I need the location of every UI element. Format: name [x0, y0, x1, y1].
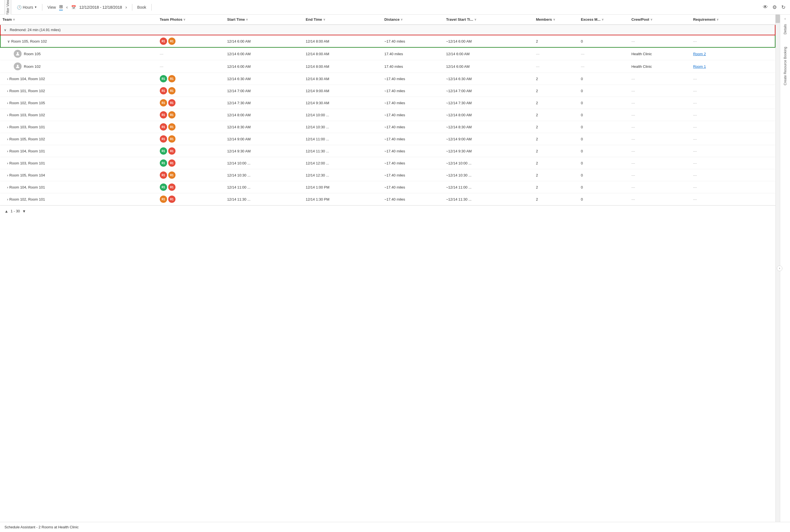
team-cell: › Room 103, Room 101	[0, 121, 158, 133]
start-sort-icon: ∨	[246, 18, 248, 21]
col-header-crew[interactable]: Crew/Pool ∨	[629, 15, 691, 25]
table-row[interactable]: › Room 104, Room 102 R1R1 12/14 6:30 AM …	[0, 73, 775, 85]
table-row[interactable]: › Room 104, Room 101 R1R1 12/14 11:00 ..…	[0, 181, 775, 193]
room-avatar	[14, 50, 22, 58]
hours-dropdown-icon: ▼	[34, 6, 37, 9]
distance-cell: ~17.40 miles	[382, 181, 444, 193]
table-row[interactable]: › Room 103, Room 101 R1R1 12/14 10:00 ..…	[0, 157, 775, 169]
end-cell: 12/14 10:00 ...	[304, 109, 382, 121]
members-cell: 2	[534, 145, 578, 157]
photos-cell: R1R1	[158, 85, 225, 97]
avatar: R1	[160, 159, 167, 167]
expand-icon[interactable]: ›	[7, 173, 8, 177]
expand-icon[interactable]: ›	[7, 113, 8, 117]
table-row[interactable]: › Room 101, Room 102 R1R1 12/14 7:00 AM …	[0, 85, 775, 97]
prev-date-button[interactable]: ‹	[66, 5, 68, 10]
create-booking-label[interactable]: Create Resource Booking	[781, 43, 789, 89]
col-header-distance[interactable]: Distance ∨	[382, 15, 444, 25]
avatar: R1	[160, 99, 167, 107]
bottom-bar: ▲ 1 - 30 ▼	[0, 205, 775, 216]
crew-cell: ---	[629, 169, 691, 181]
photos-cell: R1R1	[158, 121, 225, 133]
book-button[interactable]: Book	[137, 5, 146, 10]
settings-icon[interactable]: ⚙	[772, 4, 777, 11]
view-button[interactable]: View	[48, 5, 56, 10]
travel-cell: ~12/14 7:00 AM	[444, 85, 533, 97]
crew-cell: ---	[629, 109, 691, 121]
crew-cell: ---	[629, 157, 691, 169]
table-row[interactable]: › Room 102, Room 105 R1R1 12/14 7:30 AM …	[0, 97, 775, 109]
table-row[interactable]: › Room 105, Room 104 R1R1 12/14 10:30 ..…	[0, 169, 775, 181]
avatar: R1	[168, 184, 176, 191]
expand-icon[interactable]: ›	[7, 89, 8, 93]
group-expand-icon[interactable]: ∨	[4, 28, 6, 32]
travel-cell: 12/14 6:00 AM	[444, 48, 533, 60]
expand-icon[interactable]: ›	[7, 101, 8, 105]
right-panel-collapse-top[interactable]: ‹	[785, 17, 786, 21]
table-row[interactable]: › Room 103, Room 101 R1R1 12/14 8:30 AM …	[0, 121, 775, 133]
expand-icon[interactable]: ›	[7, 137, 8, 141]
requirement-cell: ---	[691, 109, 775, 121]
expand-icon[interactable]: ›	[7, 197, 8, 202]
requirement-cell: ---	[691, 97, 775, 109]
right-panel-toggle[interactable]: ›	[777, 266, 783, 271]
col-header-photos[interactable]: Team Photos ∨	[158, 15, 225, 25]
team-cell: › Room 104, Room 101	[0, 181, 158, 193]
team-cell: ∨ Room 105, Room 102	[0, 35, 158, 48]
crew-cell: ---	[629, 35, 691, 48]
next-page-button[interactable]: ▼	[22, 209, 26, 213]
excess-cell: 0	[578, 109, 629, 121]
members-sort-icon: ∨	[553, 18, 555, 21]
travel-cell: ~12/14 9:30 AM	[444, 145, 533, 157]
table-row[interactable]: Room 105 --- 12/14 6:00 AM 12/14 8:00 AM…	[0, 48, 775, 60]
photos-cell: R1R1	[158, 145, 225, 157]
members-cell: 2	[534, 169, 578, 181]
hours-button[interactable]: 🕐 Hours ▼	[17, 5, 37, 10]
expand-icon[interactable]: ›	[7, 125, 8, 129]
prev-page-button[interactable]: ▲	[4, 209, 8, 213]
group-row[interactable]: ∨ Redmond: 24 min (14.91 miles)	[0, 25, 775, 35]
avatar: R1	[168, 111, 176, 118]
crew-cell: ---	[629, 193, 691, 205]
col-header-requirement[interactable]: Requirement ∨	[691, 15, 775, 25]
table-row[interactable]: › Room 103, Room 102 R1R1 12/14 8:00 AM …	[0, 109, 775, 121]
expand-icon[interactable]: ∨	[7, 39, 10, 43]
table-row[interactable]: ∨ Room 105, Room 102 R1R1 12/14 6:00 AM …	[0, 35, 775, 48]
avatar: R1	[160, 171, 167, 179]
next-date-button[interactable]: ›	[125, 5, 127, 10]
table-row[interactable]: › Room 104, Room 101 R1R1 12/14 9:30 AM …	[0, 145, 775, 157]
expand-icon[interactable]: ›	[7, 161, 8, 165]
travel-cell: ~12/14 8:30 AM	[444, 121, 533, 133]
refresh-icon[interactable]: ↻	[781, 4, 786, 11]
col-header-members[interactable]: Members ∨	[534, 15, 578, 25]
requirement-link[interactable]: Room 2	[693, 52, 706, 56]
view-grid-icon[interactable]: ⊞	[59, 4, 63, 11]
table-row[interactable]: › Room 105, Room 102 R1R1 12/14 9:00 AM …	[0, 133, 775, 145]
team-cell: › Room 103, Room 101	[0, 157, 158, 169]
avatar: R1	[168, 159, 176, 167]
expand-icon[interactable]: ›	[7, 149, 8, 153]
photos-cell: R1R1	[158, 97, 225, 109]
start-cell: 12/14 6:00 AM	[225, 48, 303, 60]
scrollbar-thumb[interactable]	[775, 15, 780, 23]
table-row[interactable]: Room 102 --- 12/14 6:00 AM 12/14 8:00 AM…	[0, 60, 775, 73]
expand-icon[interactable]: ›	[7, 185, 8, 189]
members-cell: 2	[534, 181, 578, 193]
members-cell: 2	[534, 193, 578, 205]
details-label[interactable]: Details	[781, 21, 789, 38]
team-cell: › Room 101, Room 102	[0, 85, 158, 97]
table-container[interactable]: Team ∨ Team Photos ∨	[0, 15, 775, 205]
expand-icon[interactable]: ›	[7, 77, 8, 81]
excess-cell: 0	[578, 169, 629, 181]
col-header-start[interactable]: Start Time ∨	[225, 15, 303, 25]
table-row[interactable]: › Room 102, Room 101 R1R1 12/14 11:30 ..…	[0, 193, 775, 205]
start-cell: 12/14 9:30 AM	[225, 145, 303, 157]
excess-cell: 0	[578, 85, 629, 97]
col-header-team[interactable]: Team ∨	[0, 15, 158, 25]
col-header-end[interactable]: End Time ∨	[304, 15, 382, 25]
travel-cell: ~12/14 11:00 ...	[444, 181, 533, 193]
eye-icon[interactable]: 👁	[763, 4, 768, 10]
col-header-excess[interactable]: Excess M... ∨	[578, 15, 629, 25]
requirement-link[interactable]: Room 1	[693, 64, 706, 69]
col-header-travel[interactable]: Travel Start Ti... ∨	[444, 15, 533, 25]
